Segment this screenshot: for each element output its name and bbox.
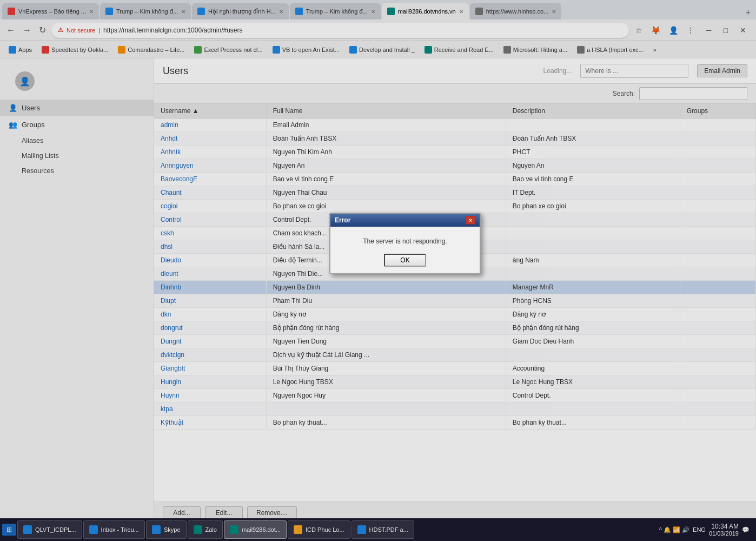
error-dialog: Error × The server is not responding. OK [329,213,481,274]
dialog-overlay: Error × The server is not responding. OK [0,0,756,541]
dialog-close-button[interactable]: × [466,216,475,225]
dialog-title: Error [335,216,350,224]
dialog-body: The server is not responding. OK [330,227,480,273]
dialog-ok-button[interactable]: OK [384,254,426,267]
error-message: The server is not responding. [339,237,471,245]
dialog-titlebar: Error × [330,214,480,227]
